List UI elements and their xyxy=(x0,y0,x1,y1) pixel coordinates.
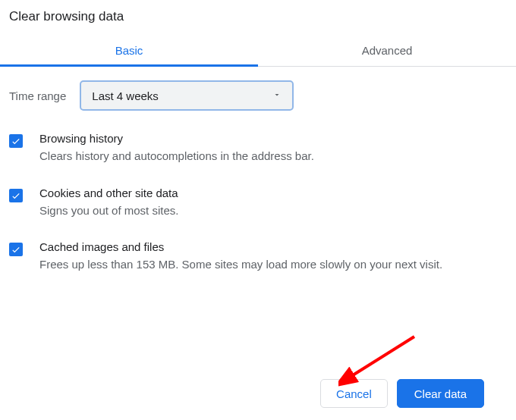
checkbox-cookies[interactable] xyxy=(9,189,23,202)
option-desc: Frees up less than 153 MB. Some sites ma… xyxy=(39,256,507,274)
tab-advanced[interactable]: Advanced xyxy=(258,35,516,66)
time-range-row: Time range Last 4 weeks xyxy=(9,80,507,111)
svg-line-0 xyxy=(349,337,414,378)
cancel-button-label: Cancel xyxy=(336,387,372,400)
dialog-title: Clear browsing data xyxy=(0,6,516,35)
clear-browsing-data-dialog: Clear browsing data Basic Advanced Time … xyxy=(0,0,516,274)
option-desc: Signs you out of most sites. xyxy=(39,202,507,220)
option-text: Cookies and other site data Signs you ou… xyxy=(39,186,507,220)
check-icon xyxy=(11,136,21,146)
clear-data-button-label: Clear data xyxy=(414,387,467,400)
tab-basic-label: Basic xyxy=(115,44,143,57)
chevron-down-icon xyxy=(272,89,282,102)
clear-data-button[interactable]: Clear data xyxy=(397,379,484,408)
cancel-button[interactable]: Cancel xyxy=(320,379,388,408)
option-cookies: Cookies and other site data Signs you ou… xyxy=(9,186,507,220)
check-icon xyxy=(11,190,21,201)
tab-bar: Basic Advanced xyxy=(0,35,516,67)
option-text: Cached images and files Frees up less th… xyxy=(39,240,507,274)
dialog-body: Time range Last 4 weeks Browsing history… xyxy=(0,67,516,274)
check-icon xyxy=(11,244,21,255)
time-range-label: Time range xyxy=(9,89,66,102)
tab-basic[interactable]: Basic xyxy=(0,35,258,66)
option-browsing-history: Browsing history Clears history and auto… xyxy=(9,132,507,165)
option-cached: Cached images and files Frees up less th… xyxy=(9,240,507,274)
option-title: Browsing history xyxy=(39,132,507,145)
option-title: Cached images and files xyxy=(39,240,507,253)
option-text: Browsing history Clears history and auto… xyxy=(39,132,507,165)
option-title: Cookies and other site data xyxy=(39,186,507,199)
option-desc: Clears history and autocompletions in th… xyxy=(39,148,507,165)
checkbox-cached[interactable] xyxy=(9,243,23,256)
dialog-footer: Cancel Clear data xyxy=(320,379,484,408)
tab-advanced-label: Advanced xyxy=(362,44,413,57)
time-range-select[interactable]: Last 4 weeks xyxy=(80,80,294,111)
time-range-value: Last 4 weeks xyxy=(92,89,159,102)
checkbox-browsing-history[interactable] xyxy=(9,134,23,148)
